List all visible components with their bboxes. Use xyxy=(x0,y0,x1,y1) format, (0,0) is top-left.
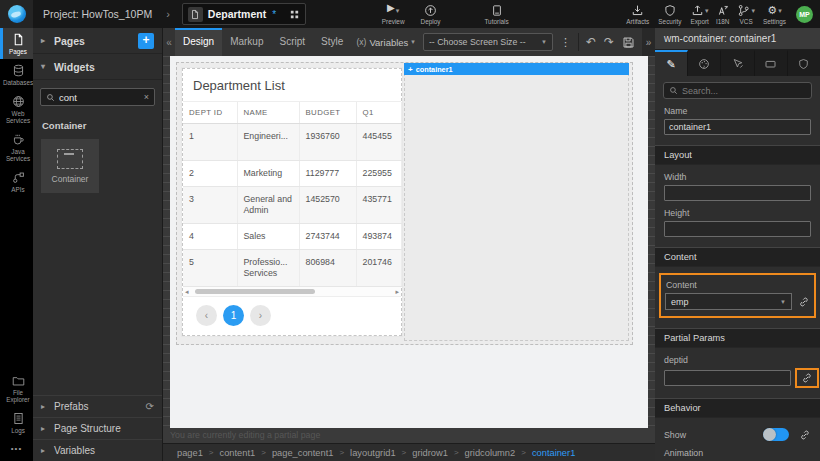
tab-markup[interactable]: Markup xyxy=(222,28,271,56)
rail-item-apis[interactable]: APIs xyxy=(0,166,33,197)
artifacts-label: Artifacts xyxy=(626,18,649,25)
prefabs-label: Prefabs xyxy=(54,401,88,412)
breadcrumb-gridcolumn2[interactable]: gridcolumn2 xyxy=(465,448,516,458)
prefabs-section-header[interactable]: ▸ Prefabs ⟳ xyxy=(33,395,162,417)
department-table-widget[interactable]: Department List DEPT ID NAME BUDGET Q1 xyxy=(182,68,402,336)
variables-section-header[interactable]: ▸ Variables xyxy=(33,439,162,461)
content-bind-link-icon[interactable] xyxy=(798,296,810,308)
widget-search-input[interactable] xyxy=(59,92,140,103)
screen-size-select[interactable]: -- Choose Screen Size -- ▼ xyxy=(423,33,553,51)
tab-accessibility[interactable] xyxy=(788,50,820,76)
settings-button[interactable]: ⚙▾ Settings xyxy=(763,4,786,25)
table-row[interactable]: 2 Marketing 1129777 225955 xyxy=(183,161,401,187)
col-budget[interactable]: BUDGET xyxy=(299,102,356,124)
collapse-right-icon[interactable]: » xyxy=(642,28,655,56)
security-button[interactable]: Security xyxy=(658,4,681,25)
artifacts-button[interactable]: Artifacts xyxy=(626,4,649,25)
tab-devices[interactable] xyxy=(755,50,788,76)
scroll-left-icon[interactable]: ◂ xyxy=(185,287,189,297)
height-input[interactable] xyxy=(664,221,811,237)
breadcrumb-gridrow1[interactable]: gridrow1 xyxy=(412,448,448,458)
col-name[interactable]: NAME xyxy=(237,102,299,124)
tab-styles[interactable] xyxy=(688,50,721,76)
variables-menu[interactable]: (x) Variables ▾ xyxy=(357,37,415,48)
widget-search[interactable]: × xyxy=(40,88,155,106)
table-row[interactable]: 4 Sales 2743744 493874 xyxy=(183,224,401,250)
design-canvas[interactable]: Department List DEPT ID NAME BUDGET Q1 xyxy=(170,56,648,428)
pages-grid-icon[interactable] xyxy=(289,9,300,20)
col-q1[interactable]: Q1 xyxy=(356,102,401,124)
layoutgrid-outline[interactable]: Department List DEPT ID NAME BUDGET Q1 xyxy=(176,62,633,345)
redo-icon[interactable]: ↷ xyxy=(604,35,614,49)
more-options-icon[interactable]: ••• xyxy=(0,438,33,461)
rail-item-logs[interactable]: Logs xyxy=(0,407,33,438)
content-section-header[interactable]: Content xyxy=(655,247,820,267)
name-input[interactable] xyxy=(664,119,811,135)
tab-events[interactable] xyxy=(721,50,754,76)
pagination-page-1[interactable]: 1 xyxy=(223,305,244,326)
content-select[interactable]: emp ▼ xyxy=(665,293,792,310)
page-selector[interactable]: Department * xyxy=(182,3,306,25)
horizontal-scrollbar[interactable]: ◂ ▸ xyxy=(183,287,401,297)
breadcrumb-content1[interactable]: content1 xyxy=(220,448,256,458)
cell: 1 xyxy=(183,124,237,161)
tab-script[interactable]: Script xyxy=(272,28,314,56)
pages-section-header[interactable]: ▸ Pages + xyxy=(33,28,162,54)
partial-params-section-header[interactable]: Partial Params xyxy=(655,328,820,348)
deptid-bind-link-icon[interactable] xyxy=(801,372,813,384)
department-table[interactable]: DEPT ID NAME BUDGET Q1 1 Engineeri... xyxy=(183,102,402,287)
save-icon[interactable] xyxy=(622,36,635,49)
export-button[interactable]: ▾ Export xyxy=(690,4,708,25)
breadcrumb-separator: > xyxy=(261,448,266,457)
tab-style[interactable]: Style xyxy=(313,28,351,56)
show-bind-link-icon[interactable] xyxy=(799,429,811,441)
preview-button[interactable]: ▶▾ Preview xyxy=(382,4,405,25)
clear-search-icon[interactable]: × xyxy=(144,92,149,102)
table-row[interactable]: 1 Engineeri... 1936760 445455 xyxy=(183,124,401,161)
breadcrumb-page-content1[interactable]: page_content1 xyxy=(272,448,334,458)
layout-section-header[interactable]: Layout xyxy=(655,145,820,165)
user-avatar[interactable]: MP xyxy=(796,6,813,23)
vcs-button[interactable]: ▾ VCS xyxy=(737,4,755,25)
width-input[interactable] xyxy=(664,185,811,201)
add-page-button[interactable]: + xyxy=(138,33,154,49)
property-search[interactable] xyxy=(663,82,812,99)
deptid-input[interactable] xyxy=(664,370,791,386)
undo-icon[interactable]: ↶ xyxy=(586,35,596,49)
container-widget-tile[interactable]: Container xyxy=(41,139,99,193)
property-search-input[interactable] xyxy=(682,86,806,96)
col-dept-id[interactable]: DEPT ID xyxy=(183,102,237,124)
cell: 1129777 xyxy=(299,161,356,187)
selected-container-tag[interactable]: + container1 xyxy=(404,63,629,75)
breadcrumb-page1[interactable]: page1 xyxy=(177,448,203,458)
breadcrumb-container1[interactable]: container1 xyxy=(532,448,575,458)
tutorials-button[interactable]: Tutorials xyxy=(484,4,508,25)
rail-item-pages[interactable]: Pages xyxy=(0,28,33,59)
gridcolumn2-area[interactable] xyxy=(404,63,629,341)
app-logo[interactable] xyxy=(0,0,33,28)
collapse-left-icon[interactable]: « xyxy=(163,37,175,48)
rail-item-file-explorer[interactable]: File Explorer xyxy=(0,369,33,407)
tab-properties[interactable]: ✎ xyxy=(655,50,688,76)
page-file-icon xyxy=(188,7,203,22)
rail-item-java-services[interactable]: Java Services xyxy=(0,128,33,166)
tab-design[interactable]: Design xyxy=(175,28,222,56)
rail-item-web-services[interactable]: Web Services xyxy=(0,90,33,128)
rail-item-databases[interactable]: Databases xyxy=(0,59,33,90)
deploy-button[interactable]: Deploy xyxy=(421,4,441,25)
scrollbar-thumb[interactable] xyxy=(195,289,315,294)
refresh-icon[interactable]: ⟳ xyxy=(146,401,154,412)
scroll-right-icon[interactable]: ▸ xyxy=(395,287,399,297)
breadcrumb-layoutgrid1[interactable]: layoutgrid1 xyxy=(350,448,395,458)
table-row[interactable]: 3 General and Admin 1452570 435771 xyxy=(183,187,401,224)
page-structure-section-header[interactable]: ▸ Page Structure xyxy=(33,417,162,439)
show-toggle[interactable] xyxy=(763,428,789,441)
i18n-button[interactable]: I18N xyxy=(716,4,730,25)
kebab-menu-icon[interactable]: ⋮ xyxy=(560,36,571,49)
pagination-next-button[interactable]: › xyxy=(250,305,271,326)
rail-label: Databases xyxy=(3,79,33,86)
pagination-prev-button[interactable]: ‹ xyxy=(196,305,217,326)
table-row[interactable]: 5 Professio... Services 806984 201746 xyxy=(183,250,401,287)
widgets-section-header[interactable]: ▾ Widgets xyxy=(33,54,162,80)
behavior-section-header[interactable]: Behavior xyxy=(655,398,820,418)
